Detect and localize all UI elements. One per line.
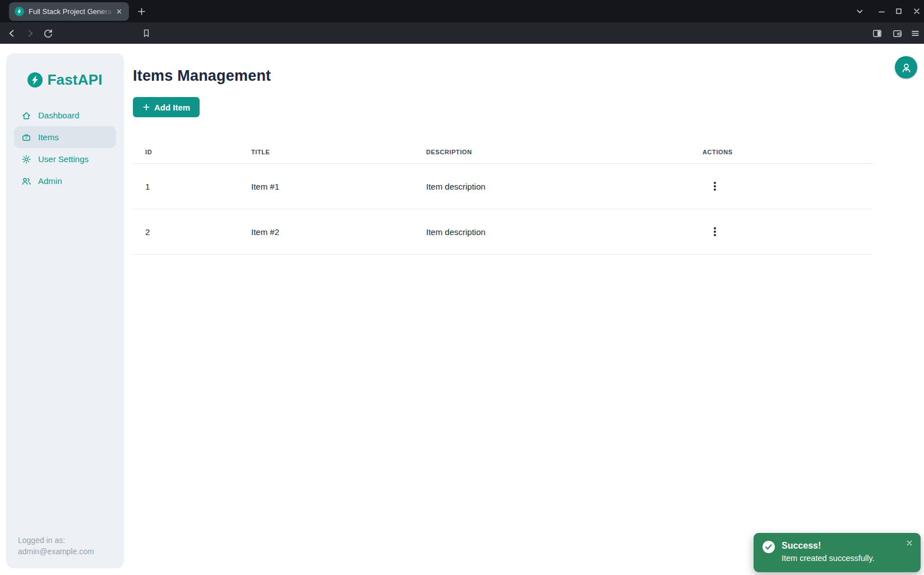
cell-description: Item description [426,209,703,255]
home-icon [21,111,31,121]
sidebar-item-label: Items [38,132,59,142]
column-header-title: TITLE [251,143,426,164]
tab-bar: Full Stack Project Genera [0,0,924,22]
user-avatar-button[interactable] [895,56,917,79]
sidebar: FastAPI Dashboard Items [6,53,124,568]
page-title: Items Management [133,67,872,85]
browser-toolbar: localhost/items [0,22,924,44]
tab-search-chevron-icon[interactable] [853,5,866,17]
sidebar-item-label: Admin [38,176,62,186]
fastapi-favicon-icon [15,7,24,16]
browser-tab[interactable]: Full Stack Project Genera [9,2,129,21]
row-actions-menu-button[interactable] [707,224,723,240]
check-circle-icon [762,540,775,554]
menu-icon[interactable] [907,25,923,42]
cell-id: 1 [133,164,251,209]
close-window-button[interactable] [911,5,923,17]
minimize-button[interactable] [875,5,888,17]
wallet-icon[interactable] [889,25,905,42]
logged-in-label: Logged in as: [18,535,94,546]
sidebar-item-admin[interactable]: Admin [14,170,116,192]
column-header-actions: ACTIONS [703,143,872,164]
sidebar-item-user-settings[interactable]: User Settings [14,148,116,170]
gear-icon [21,154,31,164]
forward-button[interactable] [21,25,38,42]
browser-window: Full Stack Project Genera [0,0,924,575]
toast-close-icon[interactable] [904,538,914,548]
cell-description: Item description [426,164,703,209]
sidebar-toggle-icon[interactable] [868,25,885,42]
brand-name: FastAPI [47,71,102,89]
table-row: 2 Item #2 Item description [133,209,872,255]
back-button[interactable] [3,25,20,42]
table-header-row: ID TITLE DESCRIPTION ACTIONS [133,143,872,164]
row-actions-menu-button[interactable] [707,178,723,194]
plus-icon [142,103,150,111]
users-icon [21,176,31,186]
tab-title: Full Stack Project Genera [29,7,114,16]
brand: FastAPI [6,53,124,89]
column-header-description: DESCRIPTION [426,143,703,164]
sidebar-item-dashboard[interactable]: Dashboard [14,104,116,126]
cell-title: Item #1 [251,164,426,209]
success-toast: Success! Item created successfully. [754,533,921,572]
user-icon [900,61,913,74]
column-header-id: ID [133,143,251,164]
sidebar-item-label: User Settings [38,154,89,164]
fastapi-logo-icon [27,72,43,88]
cell-title: Item #2 [251,209,426,255]
logged-in-info: Logged in as: admin@example.com [18,535,94,557]
add-item-label: Add Item [154,103,190,112]
items-table: ID TITLE DESCRIPTION ACTIONS 1 Item #1 I… [133,143,872,255]
reload-button[interactable] [39,25,56,42]
sidebar-item-items[interactable]: Items [14,126,116,148]
cell-id: 2 [133,209,251,255]
sidebar-nav: Dashboard Items User Settings [6,104,124,192]
toast-title: Success! [782,541,875,551]
bookmark-icon[interactable] [138,25,155,42]
logged-in-email: admin@example.com [18,546,94,557]
briefcase-icon [21,132,31,142]
new-tab-button[interactable] [136,6,147,17]
page-content: FastAPI Dashboard Items [0,44,924,575]
main-area: Items Management Add Item ID TITLE DESCR… [133,44,872,255]
table-row: 1 Item #1 Item description [133,164,872,209]
tab-close-icon[interactable] [114,7,124,17]
maximize-button[interactable] [893,5,905,17]
add-item-button[interactable]: Add Item [133,97,200,117]
sidebar-item-label: Dashboard [38,111,79,120]
toast-message: Item created successfully. [782,554,875,563]
